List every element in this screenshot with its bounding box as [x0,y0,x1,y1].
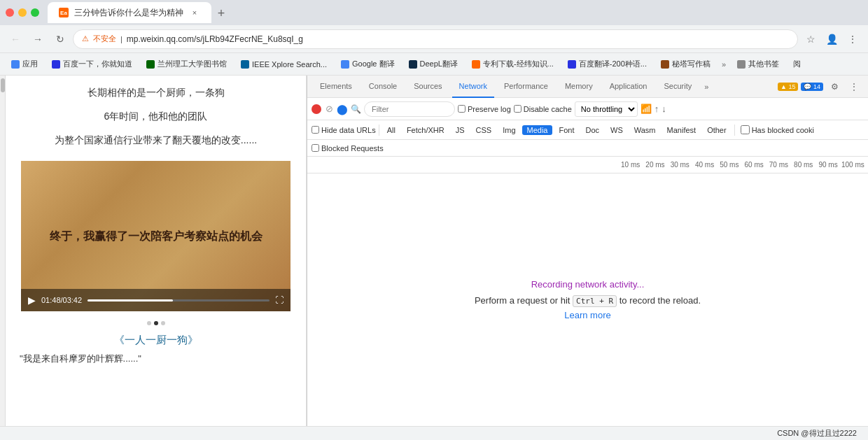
bookmarks-bar: 应用 百度一下，你就知道 兰州理工大学图书馆 IEEE Xplore Searc… [0,53,868,76]
record-network-btn[interactable] [312,104,321,114]
devtools-tab-console[interactable]: Console [362,76,404,98]
csdn-watermark: CSDN @得过且过2222 [777,428,857,439]
bookmark-secret[interactable]: 秘塔写作稿 [655,57,716,71]
perform-after: to record the reload. [620,295,701,306]
play-button[interactable]: ▶ [28,294,36,306]
hide-data-urls-text: Hide data URLs [321,126,376,134]
other-favicon [737,60,746,69]
close-window-btn[interactable] [6,8,14,17]
filter-all[interactable]: All [382,125,400,135]
baidu2-label: 百度翻译-200种语... [579,59,647,69]
filter-fetch-xhr[interactable]: Fetch/XHR [402,125,449,135]
hide-data-urls-label[interactable]: Hide data URLs [312,126,376,134]
minimize-window-btn[interactable] [18,8,27,17]
bookmark-read[interactable]: 阅 [788,57,806,71]
blocked-requests-text: Blocked Requests [321,144,384,152]
disable-cache-label[interactable]: Disable cache [514,105,572,113]
not-secure-label: 不安全 [93,34,116,44]
recording-network-text: Recording network activity... [531,279,645,290]
bookmark-baidu2[interactable]: 百度翻译-200种语... [562,57,652,71]
preserve-log-label[interactable]: Preserve log [458,105,511,113]
forward-btn[interactable]: → [28,29,48,49]
devtools-tab-memory[interactable]: Memory [558,76,600,98]
bookmark-lanzhou[interactable]: 兰州理工大学图书馆 [141,57,232,71]
secret-label: 秘塔写作稿 [672,59,710,69]
bookmark-btn[interactable]: ☆ [801,29,820,49]
lanzhou-favicon [146,60,155,69]
title-bar: Ea 三分钟告诉你什么是华为精神 × + [0,0,868,25]
filter-other[interactable]: Other [702,125,732,135]
devtools-settings-btn[interactable]: ⚙ [826,78,843,95]
filter-css[interactable]: CSS [471,125,497,135]
devtools-tab-network[interactable]: Network [452,76,494,98]
throttle-select[interactable]: No throttling [575,101,638,117]
filter-network-icon[interactable]: ⬤ [337,104,348,115]
browser-tab-active[interactable]: Ea 三分钟告诉你什么是华为精神 × [48,2,211,23]
disable-cache-checkbox[interactable] [514,105,522,113]
learn-more-link[interactable]: Learn more [564,310,610,320]
network-filter-input[interactable] [364,101,455,117]
devtools-panel: Elements Console Sources Network Perform… [307,76,868,426]
blocked-requests-checkbox[interactable] [312,144,319,152]
blocked-requests-label[interactable]: Blocked Requests [312,144,384,152]
devtools-tab-security[interactable]: Security [657,76,699,98]
bookmark-other[interactable]: 其他书签 [732,57,785,71]
ctrl-r-key: Ctrl + R [573,295,617,307]
filter-font[interactable]: Font [554,125,579,135]
bookmark-baidu[interactable]: 百度一下，你就知道 [46,57,138,71]
tab-close-btn[interactable]: × [189,7,200,18]
scroll-thumb [1,78,5,92]
bookmark-google[interactable]: Google 翻译 [335,57,400,71]
new-tab-btn[interactable]: + [211,3,231,23]
filter-wasm[interactable]: Wasm [629,125,661,135]
bookmark-deepl[interactable]: DeepL翻译 [403,57,463,71]
video-player[interactable]: 终于，我赢得了一次陪客户考察站点的机会 ▶ 01:48/03:42 ⛶ [21,161,290,311]
devtools-tab-sources[interactable]: Sources [407,76,449,98]
tick-100ms: 100 ms [841,161,865,169]
has-blocked-label[interactable]: Has blocked cooki [741,125,814,134]
window-controls [6,8,39,17]
bookmark-apps[interactable]: 应用 [6,57,43,71]
tick-60ms: 60 ms [741,161,766,169]
profile-btn[interactable]: 👤 [822,29,841,49]
upload-icon: ↑ [654,104,659,114]
devtools-tab-application[interactable]: Application [603,76,654,98]
preserve-log-checkbox[interactable] [458,105,465,113]
bookmark-patent[interactable]: 专利下载-经纬知识... [466,57,559,71]
google-favicon [341,60,349,69]
clear-network-btn[interactable]: ⊘ [324,104,334,114]
apps-favicon [11,60,20,69]
timeline-header: 10 ms 20 ms 30 ms 40 ms 50 ms 60 ms 70 m… [307,157,868,173]
menu-btn[interactable]: ⋮ [843,29,862,49]
maximize-window-btn[interactable] [31,8,39,17]
network-toolbar: ⊘ ⬤ 🔍 Preserve log Disable cache No thro… [307,98,868,120]
baidu-label: 百度一下，你就知道 [63,59,132,69]
timeline-ticks: 10 ms 20 ms 30 ms 40 ms 50 ms 60 ms 70 m… [615,161,868,169]
filter-doc[interactable]: Doc [580,125,604,135]
filter-js[interactable]: JS [451,125,470,135]
devtools-more-tabs[interactable]: » [701,83,711,91]
bookmark-ieee[interactable]: IEEE Xplore Search... [235,59,332,70]
devtools-tab-elements[interactable]: Elements [313,76,359,98]
bookmark-more[interactable]: » [719,59,729,70]
filter-media[interactable]: Media [522,125,553,135]
hide-data-urls-checkbox[interactable] [312,126,319,134]
progress-bar[interactable] [88,299,270,301]
bottom-bar: CSDN @得过且过2222 [0,426,868,440]
fullscreen-btn[interactable]: ⛶ [275,295,284,305]
perform-before: Perform a request or hit [475,295,573,306]
patent-label: 专利下载-经纬知识... [483,59,554,69]
filter-img[interactable]: Img [498,125,520,135]
progress-fill [88,299,173,301]
back-btn[interactable]: ← [6,29,25,49]
devtools-close-btn[interactable]: ⋮ [846,78,862,95]
refresh-btn[interactable]: ↻ [50,29,70,49]
has-blocked-checkbox[interactable] [741,125,750,134]
favicon-text: Ea [60,10,67,16]
lock-icon: ⚠ [82,34,89,43]
filter-ws[interactable]: WS [606,125,628,135]
filter-manifest[interactable]: Manifest [662,125,701,135]
search-network-btn[interactable]: 🔍 [351,104,361,114]
address-bar[interactable]: ⚠ 不安全 | mp.weixin.qq.com/s/jLRb94ZFecrNE… [73,29,798,49]
devtools-tab-performance[interactable]: Performance [497,76,555,98]
